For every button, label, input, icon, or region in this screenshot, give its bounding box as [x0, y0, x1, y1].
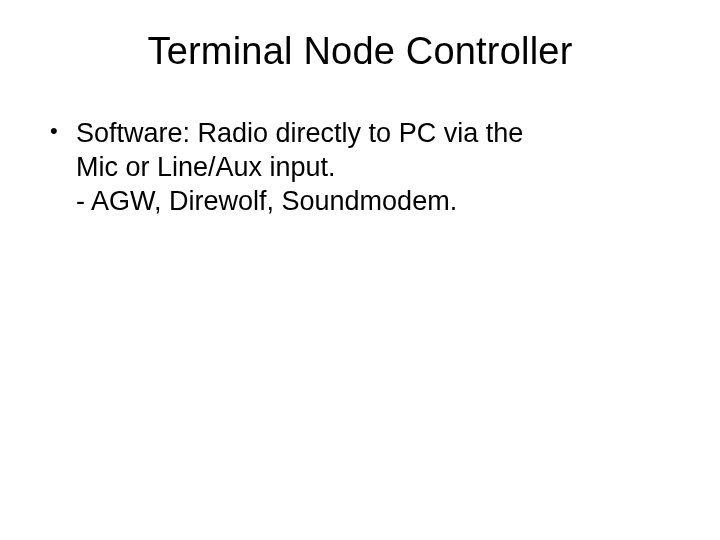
bullet-list: Software: Radio directly to PC via the M…: [48, 117, 672, 218]
slide-title: Terminal Node Controller: [48, 30, 672, 73]
slide-body: Software: Radio directly to PC via the M…: [48, 117, 672, 218]
bullet-line-2: Mic or Line/Aux input.: [76, 151, 672, 185]
bullet-item: Software: Radio directly to PC via the M…: [72, 117, 672, 218]
slide: Terminal Node Controller Software: Radio…: [0, 0, 720, 540]
bullet-line-1: Software: Radio directly to PC via the: [76, 117, 672, 151]
bullet-line-3: - AGW, Direwolf, Soundmodem.: [76, 185, 672, 219]
